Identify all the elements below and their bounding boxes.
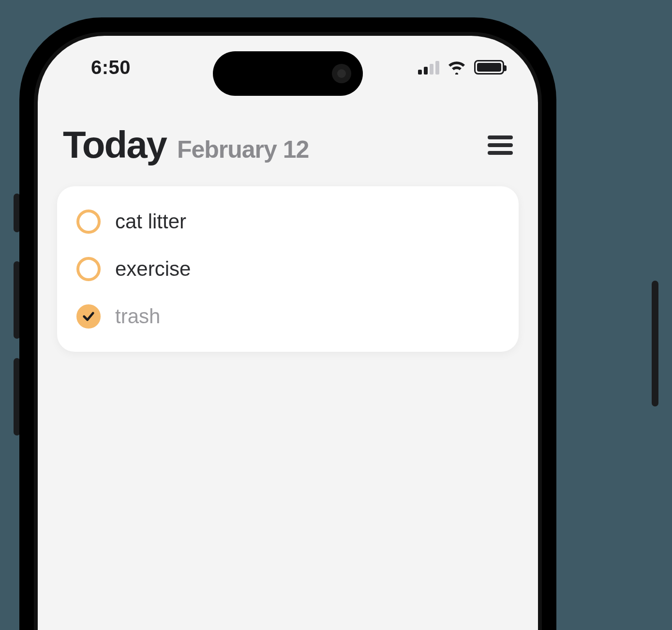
wifi-icon: [447, 60, 466, 75]
checkmark-icon: [82, 310, 95, 323]
task-row[interactable]: cat litter: [76, 198, 499, 245]
front-camera-icon: [332, 64, 351, 83]
task-row[interactable]: trash: [76, 293, 499, 340]
status-time: 6:50: [91, 57, 131, 78]
phone-frame: 6:50: [19, 17, 556, 630]
task-checkbox[interactable]: [76, 210, 101, 234]
page-title: Today: [63, 123, 166, 167]
task-label: exercise: [115, 257, 191, 281]
hamburger-icon: [488, 135, 513, 139]
menu-button[interactable]: [488, 135, 513, 156]
battery-icon: [474, 60, 504, 75]
dynamic-island: [213, 51, 363, 96]
task-checkbox[interactable]: [76, 257, 101, 281]
task-card: cat litter exercise: [57, 186, 519, 352]
cellular-signal-icon: [418, 60, 439, 75]
task-label: trash: [115, 305, 160, 328]
phone-screen: 6:50: [38, 36, 538, 630]
page-header: Today February 12: [57, 113, 519, 186]
app-content: Today February 12: [38, 113, 538, 630]
page-date: February 12: [177, 135, 309, 164]
task-label: cat litter: [115, 210, 186, 233]
phone-power-button: [652, 281, 658, 406]
task-row[interactable]: exercise: [76, 245, 499, 293]
task-checkbox[interactable]: [76, 304, 101, 329]
